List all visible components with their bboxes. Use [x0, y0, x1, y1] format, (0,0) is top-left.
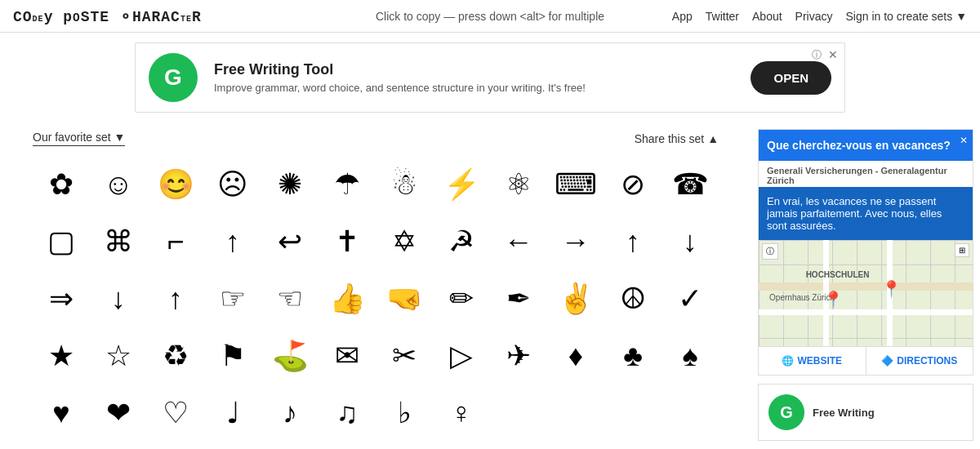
- char-not[interactable]: ⌐: [147, 213, 204, 270]
- site-logo: COdey pOSTE ⚬HARACteR: [13, 7, 202, 25]
- char-star-outline[interactable]: ☆: [90, 327, 147, 385]
- sidebar-directions-button[interactable]: 🔷 DIRECTIONS: [866, 347, 973, 375]
- char-flag-outline[interactable]: ⛳: [261, 327, 318, 385]
- ad-banner: G Free Writing Tool Improve grammar, wor…: [135, 42, 845, 113]
- nav-twitter-link[interactable]: Twitter: [706, 10, 739, 23]
- char-note1[interactable]: ♩: [204, 385, 261, 442]
- char-fist[interactable]: 🤜: [376, 270, 433, 327]
- sidebar-ad-question: Que cherchez-vous en vacances?: [767, 138, 964, 153]
- ad-text: Free Writing Tool Improve grammar, word …: [214, 61, 586, 94]
- nav-app-link[interactable]: App: [672, 10, 693, 23]
- favorite-set-button[interactable]: Our favorite set ▼: [33, 131, 125, 146]
- ad-logo: G: [149, 53, 198, 102]
- char-star-david[interactable]: ✡: [376, 213, 433, 270]
- header: COdey pOSTE ⚬HARACteR Click to copy — pr…: [0, 0, 980, 33]
- ad-title: Free Writing Tool: [214, 61, 586, 78]
- char-thumbs-up[interactable]: 👍: [318, 270, 376, 327]
- header-tagline: Click to copy — press down <alt> for mul…: [376, 10, 604, 23]
- char-sun[interactable]: ✺: [261, 156, 318, 213]
- share-set-button[interactable]: Share this set ▲: [635, 132, 719, 145]
- char-peace[interactable]: ☮: [604, 270, 662, 327]
- sidebar-website-button[interactable]: 🌐 WEBSITE: [759, 347, 866, 375]
- website-globe-icon: 🌐: [782, 355, 794, 367]
- char-heart-black[interactable]: ❤: [90, 385, 147, 442]
- char-keyboard[interactable]: ⌨: [547, 156, 604, 213]
- header-nav: App Twitter About Privacy Sign in to cre…: [672, 10, 967, 23]
- char-club[interactable]: ♣: [604, 327, 662, 385]
- char-female[interactable]: ♀: [433, 385, 490, 442]
- characters-grid: ✿ ☺ 😊 ☹ ✺ ☂ ☃ ⚡ ⚛ ⌨ ⊘ ☎ ▢ ⌘ ⌐ ↑ ↩ ✝ ✡ ☭ …: [33, 156, 719, 442]
- char-star-filled[interactable]: ★: [33, 327, 90, 385]
- sidebar: Que cherchez-vous en vacances? ✕ General…: [751, 122, 980, 449]
- map-expand-icon[interactable]: ⊞: [955, 243, 969, 257]
- char-double-right[interactable]: ⇒: [33, 270, 90, 327]
- char-slash-circle[interactable]: ⊘: [604, 156, 662, 213]
- char-return[interactable]: ↩: [261, 213, 318, 270]
- main-area: Our favorite set ▼ Share this set ▲ ✿ ☺ …: [0, 122, 980, 449]
- sidebar-ad-header: Que cherchez-vous en vacances? ✕: [759, 130, 973, 161]
- char-scissors[interactable]: ✂: [376, 327, 433, 385]
- controls-bar: Our favorite set ▼ Share this set ▲: [33, 131, 719, 146]
- nav-about-link[interactable]: About: [752, 10, 782, 23]
- nav-signin-link[interactable]: Sign in to create sets ▼: [846, 10, 967, 23]
- content-area: Our favorite set ▼ Share this set ▲ ✿ ☺ …: [0, 122, 751, 449]
- char-atom[interactable]: ⚛: [490, 156, 547, 213]
- char-victory[interactable]: ✌: [547, 270, 604, 327]
- ad-open-button[interactable]: OPEN: [751, 61, 831, 95]
- char-up-arrow3[interactable]: ↑: [147, 270, 204, 327]
- char-command[interactable]: ⌘: [90, 213, 147, 270]
- char-square[interactable]: ▢: [33, 213, 90, 270]
- char-point-left[interactable]: ☜: [261, 270, 318, 327]
- char-spade[interactable]: ♠: [662, 327, 719, 385]
- map-pin-red: 📍: [823, 290, 844, 309]
- char-heart-suit[interactable]: ♥: [33, 385, 90, 442]
- sidebar-ad-company: Generali Versicherungen - Generalagentur…: [759, 161, 973, 187]
- char-cross[interactable]: ✝: [318, 213, 376, 270]
- sidebar-ad-description: En vrai, les vacances ne se passent jama…: [759, 187, 973, 240]
- char-down-arrow2[interactable]: ↓: [90, 270, 147, 327]
- char-flag-filled[interactable]: ⚑: [204, 327, 261, 385]
- char-umbrella[interactable]: ☂: [318, 156, 376, 213]
- char-pencil[interactable]: ✏: [433, 270, 490, 327]
- char-note2[interactable]: ♪: [261, 385, 318, 442]
- sidebar-map: HOCHSCHULEN Opernhaus Zürich 📍 📍 ⊞ ⓘ: [759, 240, 973, 346]
- char-play[interactable]: ▷: [433, 327, 490, 385]
- map-info-icon[interactable]: ⓘ: [762, 243, 778, 260]
- char-note3[interactable]: ♫: [318, 385, 376, 442]
- char-checkmark[interactable]: ✓: [662, 270, 719, 327]
- ad-description: Improve grammar, word choice, and senten…: [214, 82, 586, 94]
- char-plane[interactable]: ✈: [490, 327, 547, 385]
- char-heart-outline[interactable]: ♡: [147, 385, 204, 442]
- char-point-right[interactable]: ☞: [204, 270, 261, 327]
- map-pin-blue: 📍: [881, 279, 902, 299]
- sidebar-ad-buttons: 🌐 WEBSITE 🔷 DIRECTIONS: [759, 346, 973, 375]
- char-flat[interactable]: ♭: [376, 385, 433, 442]
- char-left-arrow[interactable]: ←: [490, 213, 547, 270]
- directions-icon: 🔷: [881, 355, 893, 367]
- char-up-arrow[interactable]: ↑: [204, 213, 261, 270]
- char-flower[interactable]: ✿: [33, 156, 90, 213]
- char-frown[interactable]: ☹: [204, 156, 261, 213]
- char-pen[interactable]: ✒: [490, 270, 547, 327]
- char-snowman[interactable]: ☃: [376, 156, 433, 213]
- nav-privacy-link[interactable]: Privacy: [795, 10, 833, 23]
- char-emoji-smile[interactable]: 😊: [147, 156, 204, 213]
- char-recycle[interactable]: ♻: [147, 327, 204, 385]
- char-smiley[interactable]: ☺: [90, 156, 147, 213]
- sidebar-ad2-logo: G: [768, 394, 804, 430]
- char-down-arrow[interactable]: ↓: [662, 213, 719, 270]
- ad-info-icon[interactable]: ⓘ: [812, 48, 822, 62]
- sidebar-ad-close-icon[interactable]: ✕: [960, 135, 968, 146]
- char-hammer-sickle[interactable]: ☭: [433, 213, 490, 270]
- char-lightning[interactable]: ⚡: [433, 156, 490, 213]
- char-up-arrow2[interactable]: ↑: [604, 213, 662, 270]
- sidebar-ad-2: G Free Writing: [758, 384, 973, 441]
- ad-close-icon[interactable]: ✕: [828, 48, 838, 61]
- char-envelope[interactable]: ✉: [318, 327, 376, 385]
- char-telephone[interactable]: ☎: [662, 156, 719, 213]
- char-diamond[interactable]: ♦: [547, 327, 604, 385]
- sidebar-ad-1: Que cherchez-vous en vacances? ✕ General…: [758, 129, 973, 376]
- char-right-arrow[interactable]: →: [547, 213, 604, 270]
- sidebar-ad2-title: Free Writing: [813, 407, 875, 419]
